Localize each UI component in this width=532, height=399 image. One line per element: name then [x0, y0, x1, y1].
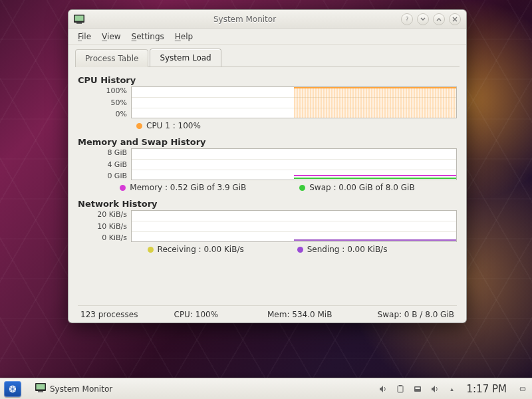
taskbar: System Monitor ▴ 1:17 PM	[0, 378, 532, 399]
status-mem: Mem: 534.0 MiB	[267, 310, 361, 319]
system-monitor-window: System Monitor ? File View Settings	[68, 9, 467, 323]
memory-history-title: Memory and Swap History	[78, 137, 457, 147]
sending-swatch-icon	[297, 247, 303, 253]
close-icon[interactable]	[449, 13, 461, 25]
cpu-y-ticks: 100% 50% 0%	[78, 86, 131, 118]
tab-process-table[interactable]: Process Table	[75, 49, 148, 67]
svg-rect-1	[75, 15, 84, 21]
svg-rect-7	[38, 391, 43, 392]
memory-history-chart	[131, 148, 457, 180]
status-processes: 123 processes	[80, 310, 174, 319]
taskbar-entry-system-monitor[interactable]: System Monitor	[28, 380, 120, 397]
desktop: System Monitor ? File View Settings	[0, 0, 532, 399]
memory-swatch-icon	[120, 185, 126, 191]
menubar: File View Settings Help	[68, 29, 466, 45]
menu-settings[interactable]: Settings	[132, 32, 164, 41]
swap-swatch-icon	[299, 185, 305, 191]
network-legend: Receiving : 0.00 KiB/s Sending : 0.00 Ki…	[78, 242, 457, 255]
task-app-icon	[35, 383, 46, 394]
minimize-icon[interactable]	[417, 13, 429, 25]
memory-legend: Memory : 0.52 GiB of 3.9 GiB Swap : 0.00…	[78, 180, 457, 194]
svg-rect-11	[415, 387, 420, 389]
taskbar-clock[interactable]: 1:17 PM	[467, 383, 507, 395]
status-bar: 123 processes CPU: 100% Mem: 534.0 MiB S…	[78, 305, 457, 323]
tab-content-system-load: CPU History 100% 50% 0% CPU 1 : 100% Mem…	[68, 67, 466, 323]
titlebar[interactable]: System Monitor ?	[68, 10, 466, 29]
status-cpu: CPU: 100%	[174, 310, 268, 319]
system-tray: ▴ 1:17 PM	[378, 383, 528, 395]
start-button[interactable]	[4, 381, 21, 397]
show-desktop-icon[interactable]	[517, 384, 528, 394]
maximize-icon[interactable]	[433, 13, 445, 25]
mem-y-ticks: 8 GiB 4 GiB 0 GiB	[78, 148, 131, 180]
svg-rect-8	[398, 386, 403, 392]
tray-expand-icon[interactable]: ▴	[447, 384, 458, 394]
menu-help[interactable]: Help	[175, 32, 193, 41]
cpu1-swatch-icon	[136, 123, 142, 129]
network-history-title: Network History	[78, 199, 457, 209]
app-icon	[74, 15, 84, 24]
menu-view[interactable]: View	[102, 32, 120, 41]
cpu-history-chart	[131, 86, 457, 118]
task-label: System Monitor	[50, 384, 112, 394]
clipboard-icon[interactable]	[395, 384, 406, 394]
receiving-swatch-icon	[148, 247, 154, 253]
tab-system-load[interactable]: System Load	[150, 49, 221, 66]
network-history-chart	[131, 210, 457, 242]
volume-icon[interactable]	[378, 384, 388, 394]
cpu-legend: CPU 1 : 100%	[78, 118, 457, 132]
volume2-icon[interactable]	[430, 384, 440, 394]
svg-rect-9	[399, 385, 402, 386]
help-icon[interactable]: ?	[401, 13, 413, 25]
net-y-ticks: 20 KiB/s 10 KiB/s 0 KiB/s	[78, 210, 131, 242]
device-icon[interactable]	[412, 384, 423, 394]
menu-file[interactable]: File	[78, 32, 91, 41]
svg-rect-6	[37, 384, 45, 390]
svg-text:?: ?	[406, 17, 408, 23]
cpu-history-title: CPU History	[78, 75, 457, 85]
tab-bar: Process Table System Load	[75, 49, 460, 67]
status-swap: Swap: 0 B / 8.0 GiB	[361, 310, 455, 319]
svg-rect-2	[76, 23, 82, 24]
window-title: System Monitor	[88, 15, 401, 24]
